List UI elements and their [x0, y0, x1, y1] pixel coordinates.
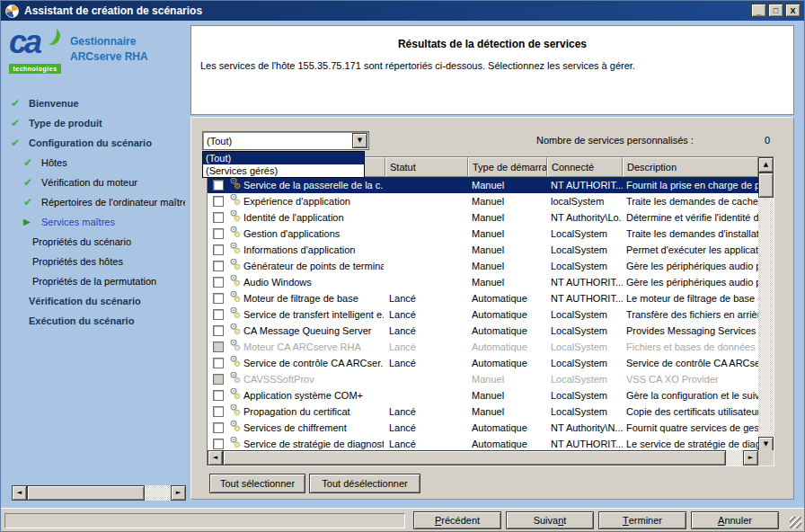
app-name-line2: ARCserve RHA: [70, 49, 148, 65]
scroll-left-icon[interactable]: ◄: [12, 485, 27, 501]
wizard-step-type-de-produit[interactable]: ✔ Type de produit: [7, 113, 185, 133]
sidebar-hscroll-track[interactable]: [145, 485, 171, 501]
column-header[interactable]: Type de démarrage: [468, 157, 547, 177]
service-row[interactable]: ⚙⚙ Service de contrôle CA ARCser... Lanc…: [208, 355, 758, 371]
service-row[interactable]: ⚙⚙ Identité de l'application Manuel NT A…: [208, 209, 758, 226]
service-row[interactable]: ⚙⚙ CA Message Queuing Server Lancé Autom…: [208, 323, 758, 339]
maximize-button[interactable]: □: [768, 4, 783, 17]
step-label: Bienvenue: [29, 93, 79, 113]
minimize-button[interactable]: _: [751, 4, 766, 17]
select-all-button[interactable]: Tout sélectionner: [209, 474, 305, 493]
services-panel: (Tout) ▼ (Tout)(Services gérés) Nombre d…: [190, 117, 794, 500]
wizard-step-bienvenue[interactable]: ✔ Bienvenue: [7, 93, 185, 113]
service-checkbox[interactable]: [213, 180, 224, 191]
wizard-step-propri-t-s-de-la-permutation[interactable]: Propriétés de la permutation: [7, 271, 185, 291]
service-row[interactable]: ⚙⚙ Audio Windows Manuel NT AUTHORIT... G…: [208, 274, 758, 290]
service-row[interactable]: ⚙⚙ Application système COM+ Manuel Local…: [208, 387, 758, 403]
step-label: Services maîtres: [41, 212, 115, 232]
wizard-step-h-tes[interactable]: ✔ Hôtes: [7, 153, 185, 173]
service-description: Gère la configuration et le suivi d: [623, 390, 758, 401]
wizard-step-v-rification-du-moteur[interactable]: ✔ Vérification du moteur: [7, 173, 185, 192]
service-checkbox[interactable]: [213, 196, 224, 207]
service-checkbox[interactable]: [213, 325, 224, 336]
table-vscroll-track[interactable]: [758, 198, 774, 437]
table-hscrollbar[interactable]: ◄ ►: [208, 450, 758, 466]
table-vscroll-thumb[interactable]: [758, 173, 774, 198]
service-checkbox[interactable]: [213, 439, 224, 449]
wizard-step-ex-cution-du-sc-nario[interactable]: Exécution du scénario: [7, 311, 185, 331]
service-checkbox[interactable]: [213, 374, 224, 385]
service-checkbox[interactable]: [213, 293, 224, 304]
wizard-step-services-ma-tres[interactable]: ▶ Services maîtres: [7, 212, 185, 232]
service-checkbox[interactable]: [213, 277, 224, 288]
service-gears-icon: ⚙⚙: [228, 356, 243, 370]
column-header[interactable]: Statut: [385, 157, 468, 177]
service-checkbox[interactable]: [213, 422, 224, 433]
service-logon-account: LocalSystem: [547, 325, 623, 336]
filter-option[interactable]: (Tout): [203, 152, 364, 164]
step-label: Configuration du scénario: [29, 133, 152, 153]
service-checkbox[interactable]: [213, 261, 224, 271]
service-row[interactable]: ⚙⚙ Service de la passerelle de la c... M…: [208, 177, 758, 193]
wizard-step-configuration-du-sc-nario[interactable]: ✔ Configuration du scénario: [7, 133, 185, 153]
filter-option[interactable]: (Services gérés): [203, 164, 364, 177]
service-row[interactable]: ⚙⚙ Générateur de points de termina... Ma…: [208, 258, 758, 274]
sidebar-hscroll-thumb[interactable]: [27, 485, 145, 501]
service-checkbox[interactable]: [213, 228, 224, 239]
previous-button[interactable]: Précédent: [413, 511, 501, 529]
service-checkbox[interactable]: [213, 390, 224, 401]
close-button[interactable]: X: [785, 4, 801, 17]
service-status: Lancé: [385, 309, 468, 320]
service-checkbox[interactable]: [213, 358, 224, 368]
table-vscrollbar[interactable]: ▲ ▼: [758, 157, 774, 452]
finish-button[interactable]: Terminer: [598, 511, 686, 529]
services-table: StatutType de démarrageConnectéDescripti…: [207, 156, 774, 466]
service-row[interactable]: ⚙⚙ Moteur CA ARCserve RHA Lancé Automati…: [208, 339, 758, 355]
scroll-right-icon[interactable]: ►: [743, 450, 758, 466]
column-header[interactable]: Description: [623, 157, 758, 177]
service-description: Le moteur de filtrage de base es: [623, 293, 758, 304]
service-name-cell: ⚙⚙ Services de chiffrement: [228, 421, 385, 435]
column-header[interactable]: Connecté: [547, 157, 623, 177]
service-name-cell: ⚙⚙ Expérience d'application: [228, 194, 385, 208]
table-hscroll-track[interactable]: [726, 450, 743, 466]
service-startup-type: Manuel: [468, 277, 547, 288]
service-logon-account: LocalSystem: [547, 358, 623, 368]
step-label: Vérification du scénario: [29, 291, 141, 311]
table-hscroll-thumb[interactable]: [223, 450, 726, 466]
wizard-step-propri-t-s-du-sc-nario[interactable]: Propriétés du scénario: [7, 232, 185, 252]
resize-grip-icon[interactable]: [790, 517, 801, 528]
service-row[interactable]: ⚙⚙ Propagation du certificat Lancé Manue…: [208, 403, 758, 420]
service-logon-account: LocalSystem: [547, 261, 623, 271]
service-filter-combobox[interactable]: (Tout) ▼: [202, 131, 369, 150]
service-row[interactable]: ⚙⚙ Moteur de filtrage de base Lancé Auto…: [208, 290, 758, 306]
scroll-left-icon[interactable]: ◄: [208, 450, 223, 466]
service-checkbox[interactable]: [213, 406, 224, 417]
service-row[interactable]: ⚙⚙ Informations d'application Manuel Loc…: [208, 242, 758, 258]
cancel-button[interactable]: Annuler: [691, 511, 779, 529]
service-gears-icon: ⚙⚙: [228, 421, 243, 435]
services-table-body: ⚙⚙ Service de la passerelle de la c... M…: [208, 177, 758, 452]
service-checkbox[interactable]: [213, 309, 224, 320]
service-row[interactable]: ⚙⚙ CAVSSSoftProv Manuel LocalSystem VSS …: [208, 371, 758, 387]
combobox-dropdown-icon[interactable]: ▼: [352, 133, 367, 148]
sidebar-hscrollbar[interactable]: ◄ ►: [12, 485, 186, 501]
service-checkbox[interactable]: [213, 244, 224, 255]
scroll-up-icon[interactable]: ▲: [758, 157, 774, 173]
service-checkbox[interactable]: [213, 212, 224, 223]
wizard-step-v-rification-du-sc-nario[interactable]: Vérification du scénario: [7, 291, 185, 311]
service-row[interactable]: ⚙⚙ Expérience d'application Manuel local…: [208, 193, 758, 209]
service-row[interactable]: ⚙⚙ Service de transfert intelligent e...…: [208, 306, 758, 323]
next-button[interactable]: Suivant: [506, 511, 594, 529]
deselect-all-button[interactable]: Tout désélectionner: [309, 474, 420, 493]
wizard-step-r-pertoires-de-l-ordinateur-ma-tre[interactable]: ✔ Répertoires de l'ordinateur maître: [7, 192, 185, 212]
service-gears-icon: ⚙⚙: [228, 388, 243, 403]
service-row[interactable]: ⚙⚙ Gestion d'applications Manuel LocalSy…: [208, 226, 758, 242]
service-checkbox[interactable]: [213, 341, 224, 352]
service-name: Identité de l'application: [243, 212, 384, 223]
service-row[interactable]: ⚙⚙ Services de chiffrement Lancé Automat…: [208, 420, 758, 436]
wizard-step-propri-t-s-des-h-tes[interactable]: Propriétés des hôtes: [7, 252, 185, 271]
service-name: Moteur de filtrage de base: [243, 293, 384, 304]
scroll-right-icon[interactable]: ►: [171, 485, 186, 501]
service-name: Service de stratégie de diagnostic: [243, 439, 384, 449]
